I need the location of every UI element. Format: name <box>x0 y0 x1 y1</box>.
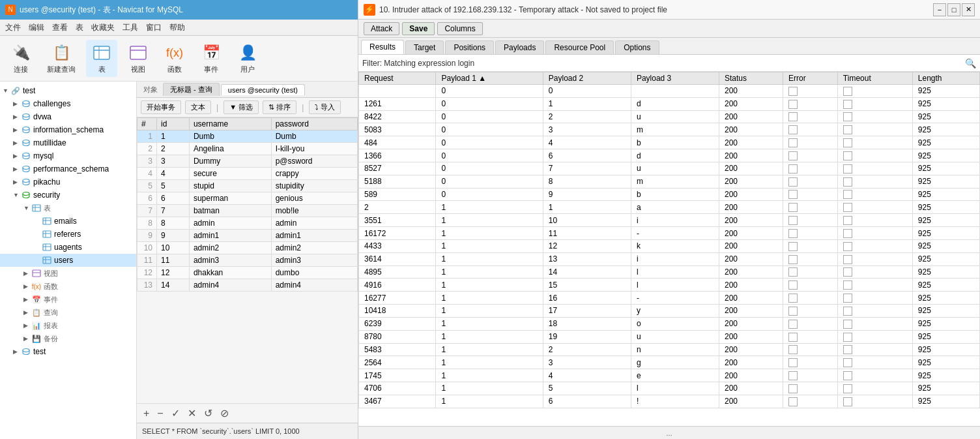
tab-payloads[interactable]: Payloads <box>495 40 544 54</box>
tree-db-security[interactable]: ▼ security <box>0 189 136 202</box>
list-item[interactable]: 5083 0 3 m 200 925 <box>359 123 980 136</box>
list-item[interactable]: 4916 1 15 l 200 925 <box>359 279 980 292</box>
list-item[interactable]: 2 1 1 a 200 925 <box>359 201 980 214</box>
tab-resource-pool[interactable]: Resource Pool <box>545 40 614 54</box>
cancel-button[interactable]: ✕ <box>185 407 199 419</box>
tree-db-perfschema[interactable]: ▶ performance_schema <box>0 162 136 175</box>
maximize-button[interactable]: □ <box>947 3 960 16</box>
tree-db-mutillidae[interactable]: ▶ mutillidae <box>0 136 136 149</box>
new-query-button[interactable]: 📋 新建查询 <box>42 40 81 77</box>
table-button[interactable]: 表 <box>86 40 117 77</box>
tab-users[interactable]: users @security (test) <box>221 84 305 95</box>
text-button[interactable]: 文本 <box>185 100 211 114</box>
tree-table-users[interactable]: ▶ users <box>0 254 136 267</box>
table-row[interactable]: 4 4 secure crappy <box>137 168 358 180</box>
attack-button[interactable]: Attack <box>364 22 399 35</box>
tree-views-group[interactable]: ▶ 视图 <box>0 267 136 280</box>
menu-tools[interactable]: 工具 <box>122 22 138 33</box>
table-row[interactable]: 1 1 Dumb Dumb <box>137 130 358 143</box>
list-item[interactable]: 3614 1 13 i 200 925 <box>359 252 980 265</box>
stop-button[interactable]: ⊘ <box>218 407 231 419</box>
list-item[interactable]: 10418 1 17 y 200 925 <box>359 305 980 318</box>
list-item[interactable]: 6239 1 18 o 200 925 <box>359 317 980 330</box>
tree-queries-group[interactable]: ▶ 📋 查询 <box>0 306 136 319</box>
tab-target[interactable]: Target <box>405 40 444 54</box>
columns-button[interactable]: Columns <box>437 22 482 35</box>
col-id[interactable]: id <box>157 118 190 130</box>
refresh-button[interactable]: ↺ <box>201 407 215 419</box>
filter-button[interactable]: ▼ 筛选 <box>223 100 259 114</box>
list-item[interactable]: 4706 1 5 l 200 925 <box>359 382 980 395</box>
menu-file[interactable]: 文件 <box>5 22 21 33</box>
list-item[interactable]: 1366 0 6 d 200 925 <box>359 149 980 162</box>
table-row[interactable]: 8 8 admin admin <box>137 217 358 230</box>
function-button[interactable]: f(x) 函数 <box>159 40 190 77</box>
menu-favorites[interactable]: 收藏夹 <box>91 22 115 33</box>
tree-table-uagents[interactable]: ▶ uagents <box>0 241 136 254</box>
menu-table[interactable]: 表 <box>76 22 83 33</box>
col-payload2[interactable]: Payload 2 <box>543 72 631 85</box>
list-item[interactable]: 484 0 4 b 200 925 <box>359 136 980 149</box>
list-item[interactable]: 16277 1 16 - 200 925 <box>359 292 980 305</box>
list-item[interactable]: 0 0 200 925 <box>359 85 980 98</box>
tree-root-test[interactable]: ▼ 🔗 test <box>0 84 136 97</box>
col-payload3[interactable]: Payload 3 <box>631 72 719 85</box>
connect-button[interactable]: 🔌 连接 <box>5 40 36 77</box>
list-item[interactable]: 589 0 9 b 200 925 <box>359 188 980 201</box>
list-item[interactable]: 8422 0 2 u 200 925 <box>359 110 980 123</box>
table-row[interactable]: 12 12 dhakkan dumbo <box>137 267 358 279</box>
minimize-button[interactable]: − <box>933 3 946 16</box>
table-row[interactable]: 5 5 stupid stupidity <box>137 180 358 192</box>
col-length[interactable]: Length <box>912 72 979 85</box>
menu-view[interactable]: 查看 <box>52 22 68 33</box>
tree-table-emails[interactable]: ▶ emails <box>0 215 136 228</box>
tree-db-test2[interactable]: ▶ test <box>0 345 136 358</box>
list-item[interactable]: 4433 1 12 k 200 925 <box>359 239 980 252</box>
col-status[interactable]: Status <box>719 72 783 85</box>
table-row[interactable]: 6 6 superman genious <box>137 192 358 205</box>
tree-functions-group[interactable]: ▶ f(x) 函数 <box>0 280 136 293</box>
tree-tables-group[interactable]: ▼ 表 <box>0 202 136 215</box>
list-item[interactable]: 8527 0 7 u 200 925 <box>359 162 980 175</box>
delete-row-button[interactable]: − <box>154 408 166 419</box>
tab-query[interactable]: 无标题 - 查询 <box>163 83 220 96</box>
menu-window[interactable]: 窗口 <box>146 22 162 33</box>
tree-db-dvwa[interactable]: ▶ dvwa <box>0 110 136 123</box>
col-payload1[interactable]: Payload 1 ▲ <box>436 72 543 85</box>
tree-db-challenges[interactable]: ▶ challenges <box>0 97 136 110</box>
list-item[interactable]: 3551 1 10 i 200 925 <box>359 214 980 227</box>
tree-db-pikachu[interactable]: ▶ pikachu <box>0 175 136 189</box>
menu-help[interactable]: 帮助 <box>169 22 185 33</box>
save-button[interactable]: Save <box>402 22 435 35</box>
list-item[interactable]: 1261 0 1 d 200 925 <box>359 97 980 110</box>
tree-events-group[interactable]: ▶ 📅 事件 <box>0 293 136 306</box>
menu-edit[interactable]: 编辑 <box>29 22 44 33</box>
col-password[interactable]: password <box>271 118 357 130</box>
list-item[interactable]: 4895 1 14 l 200 925 <box>359 265 980 279</box>
list-item[interactable]: 5188 0 8 m 200 925 <box>359 175 980 188</box>
list-item[interactable]: 3467 1 6 ! 200 925 <box>359 395 980 408</box>
col-timeout[interactable]: Timeout <box>837 72 912 85</box>
add-row-button[interactable]: + <box>141 408 152 419</box>
table-row[interactable]: 10 10 admin2 admin2 <box>137 242 358 254</box>
tree-backups-group[interactable]: ▶ 💾 备份 <box>0 332 136 345</box>
table-row[interactable]: 7 7 batman mob!le <box>137 205 358 217</box>
list-item[interactable]: 1745 1 4 e 200 925 <box>359 369 980 382</box>
table-row[interactable]: 13 14 admin4 admin4 <box>137 279 358 292</box>
filter-search-icon[interactable]: 🔍 <box>965 58 976 68</box>
view-button[interactable]: 视图 <box>122 40 154 77</box>
begin-transaction-button[interactable]: 开始事务 <box>141 100 181 114</box>
list-item[interactable]: 16172 1 11 - 200 925 <box>359 227 980 240</box>
col-error[interactable]: Error <box>783 72 837 85</box>
import-button[interactable]: ⤵ 导入 <box>309 100 341 114</box>
check-button[interactable]: ✓ <box>169 407 182 419</box>
user-button[interactable]: 👤 用户 <box>232 40 263 77</box>
close-button[interactable]: ✕ <box>962 3 975 16</box>
sort-button[interactable]: ⇅ 排序 <box>263 100 296 114</box>
list-item[interactable]: 5483 1 2 n 200 925 <box>359 343 980 356</box>
col-username[interactable]: username <box>189 118 271 130</box>
col-request[interactable]: Request <box>359 72 436 85</box>
table-row[interactable]: 11 11 admin3 admin3 <box>137 254 358 267</box>
list-item[interactable]: 8780 1 19 u 200 925 <box>359 330 980 343</box>
table-row[interactable]: 3 3 Dummy p@ssword <box>137 155 358 168</box>
